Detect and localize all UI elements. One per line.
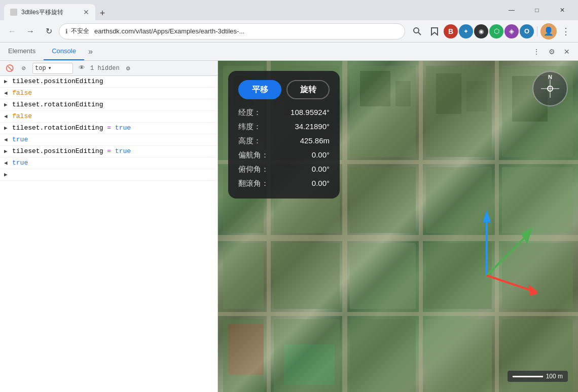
search-button[interactable] — [409, 23, 425, 40]
altitude-label: 高度： — [238, 135, 261, 147]
translate-button[interactable]: 平移 — [238, 80, 281, 99]
console-settings-button[interactable]: ⚙ — [123, 63, 134, 74]
svg-rect-36 — [466, 81, 487, 111]
svg-rect-22 — [350, 243, 416, 309]
console-clear-button[interactable]: 🚫 — [4, 63, 15, 74]
extension-5-button[interactable]: ◈ — [504, 24, 519, 38]
latitude-value: 34.21890° — [295, 121, 330, 133]
axes-indicator — [436, 200, 537, 301]
latitude-label: 纬度： — [238, 121, 261, 133]
entry-arrow: ◀ — [4, 159, 10, 168]
entry-text: tileset.rotationEditing = true — [12, 124, 213, 133]
devtools-toolbar: Elements Console » ⋮ ⚙ ✕ — [0, 43, 578, 61]
console-entry-7: ▶ tileset.positionEditing = true — [0, 146, 218, 158]
extension-6-button[interactable]: O — [520, 24, 534, 38]
back-button[interactable]: ← — [4, 23, 20, 40]
entry-text: tileset.rotationEditing — [12, 100, 213, 109]
entry-arrow[interactable]: ▶ — [4, 100, 10, 109]
entry-arrow[interactable]: ▶ — [4, 170, 10, 179]
entry-text: false — [12, 89, 213, 98]
extension-3-button[interactable]: ◉ — [474, 24, 488, 38]
svg-point-0 — [414, 28, 419, 33]
bookmark-icon — [430, 27, 439, 36]
console-output: ▶ tileset.positionEditing ◀ false ▶ tile… — [0, 76, 218, 181]
console-filter-button[interactable]: ⊘ — [18, 63, 29, 74]
profile-button[interactable]: 👤 — [540, 23, 557, 40]
title-bar: 3dtiles平移旋转 ✕ + — □ ✕ — [0, 0, 578, 20]
main-area: 🚫 ⊘ top ▾ 👁 1 hidden ⚙ ▶ tileset.positio… — [0, 61, 578, 392]
svg-rect-21 — [274, 243, 340, 309]
roll-value: 0.00° — [312, 177, 330, 189]
devtools-more-tabs[interactable]: » — [84, 43, 97, 60]
entry-arrow: ◀ — [4, 135, 10, 144]
security-icon: ℹ — [65, 28, 68, 35]
console-entry-6: ◀ true — [0, 134, 218, 146]
devtools-tab-list: Elements Console » — [0, 43, 97, 60]
forward-button[interactable]: → — [22, 23, 39, 40]
yaw-row: 偏航角： 0.00° — [238, 149, 330, 161]
roll-label: 翻滚角： — [238, 177, 269, 189]
svg-marker-45 — [529, 285, 537, 296]
devtools-settings-button[interactable]: ⚙ — [545, 45, 559, 59]
devtools-more-button[interactable]: ⋮ — [529, 45, 544, 59]
longitude-label: 经度： — [238, 106, 261, 119]
console-toolbar: 🚫 ⊘ top ▾ 👁 1 hidden ⚙ — [0, 61, 218, 76]
devtools-close-button[interactable]: ✕ — [560, 45, 574, 59]
context-selector[interactable]: top ▾ — [32, 63, 73, 74]
entry-text: tileset.positionEditing — [12, 77, 213, 86]
entry-text: true — [12, 135, 213, 144]
map-viewport[interactable]: 平移 旋转 经度： 108.95924° 纬度： 34.21890° 高度： 4… — [218, 61, 578, 392]
mode-buttons: 平移 旋转 — [238, 80, 330, 99]
yaw-value: 0.00° — [312, 149, 330, 161]
active-tab[interactable]: 3dtiles平移旋转 ✕ — [4, 4, 95, 20]
extension-2-button[interactable]: ✦ — [459, 24, 473, 38]
scale-bar: 100 m — [508, 371, 568, 382]
compass-cross — [541, 80, 559, 98]
compass: N — [532, 71, 568, 106]
new-tab-button[interactable]: + — [95, 6, 110, 20]
tab-elements[interactable]: Elements — [0, 43, 44, 60]
not-secure-label: 不安全 — [71, 27, 89, 35]
entry-text: tileset.positionEditing = true — [12, 147, 213, 156]
entry-arrow[interactable]: ▶ — [4, 147, 10, 156]
browser-window: 3dtiles平移旋转 ✕ + — □ ✕ ← → ↻ ℹ 不安全 earths… — [0, 0, 578, 392]
svg-rect-20 — [223, 243, 264, 309]
address-bar[interactable]: ℹ 不安全 earthsdk.com/v/last/Apps/Examples/… — [59, 23, 405, 40]
svg-rect-34 — [395, 81, 411, 106]
extension-4-button[interactable]: ⬡ — [489, 24, 503, 38]
svg-marker-41 — [483, 210, 491, 222]
console-entry-5: ▶ tileset.rotationEditing = true — [0, 123, 218, 134]
scale-line — [513, 376, 543, 377]
reload-button[interactable]: ↻ — [41, 23, 57, 40]
maximize-button[interactable]: □ — [525, 2, 549, 18]
tab-console[interactable]: Console — [44, 43, 84, 60]
console-entry-4: ◀ false — [0, 111, 218, 123]
svg-rect-35 — [436, 73, 461, 114]
hidden-count-badge: 1 hidden — [90, 65, 120, 72]
minimize-button[interactable]: — — [500, 2, 523, 18]
tab-bar: 3dtiles平移旋转 ✕ + — [4, 0, 492, 20]
svg-rect-38 — [228, 324, 264, 375]
close-button[interactable]: ✕ — [551, 2, 574, 18]
bookmark-button[interactable] — [426, 23, 443, 40]
rotate-button[interactable]: 旋转 — [286, 80, 330, 99]
browser-menu-button[interactable]: ⋮ — [558, 23, 574, 40]
compass-circle: N — [532, 71, 568, 106]
entry-arrow[interactable]: ▶ — [4, 77, 10, 86]
tab-close-button[interactable]: ✕ — [83, 8, 89, 16]
longitude-value: 108.95924° — [291, 106, 330, 119]
svg-line-44 — [487, 276, 532, 291]
entry-arrow[interactable]: ▶ — [4, 124, 10, 133]
window-controls: — □ ✕ — [500, 2, 574, 18]
navigation-bar: ← → ↻ ℹ 不安全 earthsdk.com/v/last/Apps/Exa… — [0, 20, 578, 43]
svg-marker-2 — [431, 28, 438, 35]
url-text: earthsdk.com/v/last/Apps/Examples/earth-… — [94, 27, 399, 35]
console-entry-8: ◀ true — [0, 158, 218, 169]
svg-rect-27 — [350, 319, 416, 392]
svg-rect-33 — [360, 71, 390, 106]
console-eye-button[interactable]: 👁 — [76, 63, 87, 74]
console-entry-input: ▶ — [0, 169, 218, 181]
extension-1-button[interactable]: B — [444, 24, 458, 38]
svg-rect-28 — [426, 319, 492, 392]
console-entry-3: ▶ tileset.rotationEditing — [0, 99, 218, 111]
